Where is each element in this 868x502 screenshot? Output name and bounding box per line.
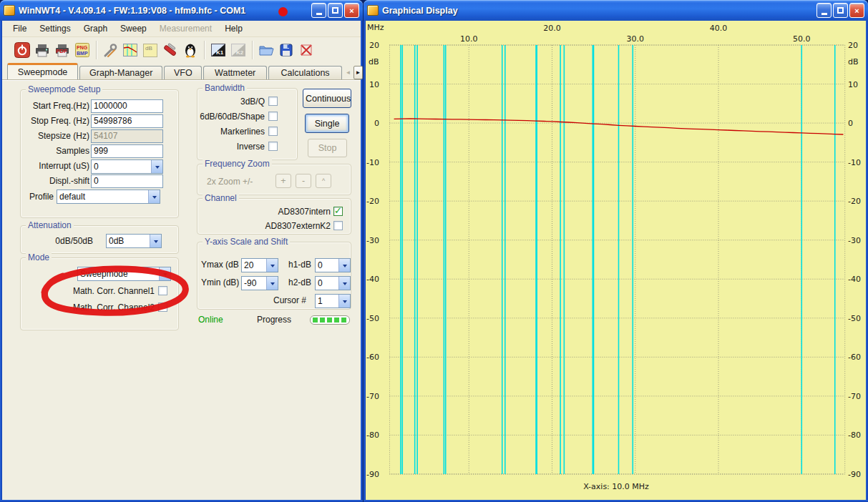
calibrate-button[interactable]	[160, 39, 180, 61]
settings-tools-button[interactable]	[100, 39, 120, 61]
interrupt-label: Interrupt (uS)	[21, 161, 89, 171]
samples-field[interactable]: 999	[91, 144, 163, 158]
menu-sweep[interactable]: Sweep	[114, 21, 153, 36]
attenuation-combo[interactable]: 0dB	[106, 234, 162, 248]
interrupt-combo[interactable]: 0	[91, 159, 163, 174]
bandwidth-markerlines-checkbox[interactable]	[268, 127, 278, 136]
ymin-label: Ymin (dB)	[201, 277, 239, 288]
h2-db-combo[interactable]: 0	[315, 276, 351, 290]
continuous-button[interactable]: Continuous	[303, 89, 351, 108]
single-button[interactable]: Single	[305, 114, 349, 133]
math-corr-channel1-checkbox[interactable]	[158, 286, 167, 295]
menu-settings[interactable]: Settings	[33, 21, 77, 36]
stop-freq-field[interactable]: 54998786	[91, 114, 163, 128]
y-tick-label-right: -30	[848, 236, 861, 245]
dropdown-arrow-icon[interactable]	[148, 190, 160, 203]
ad8307externk2-checkbox[interactable]	[333, 221, 343, 230]
graph-svg: 2020101000-10-10-20-20-30-30-40-40-50-50…	[366, 21, 866, 500]
dropdown-arrow-icon[interactable]	[338, 277, 350, 290]
y-tick-label-right: -60	[848, 353, 861, 362]
minimize-button[interactable]	[311, 3, 326, 18]
y-tick-label-left: -50	[366, 314, 379, 323]
stepsize-label: Stepsize (Hz)	[21, 131, 89, 141]
tab-sweepmode[interactable]: Sweepmode	[7, 63, 78, 81]
right-window-title: Graphical Display	[382, 6, 458, 16]
penguin-icon	[182, 42, 198, 58]
bandwidth-3db-q-checkbox[interactable]	[268, 97, 278, 106]
dropdown-arrow-icon[interactable]	[159, 267, 170, 280]
tab-vfo[interactable]: VFO	[164, 66, 202, 81]
menu-graph[interactable]: Graph	[77, 21, 114, 36]
start-freq-field[interactable]: 1000000	[91, 99, 163, 113]
close-button[interactable]: ×	[344, 3, 359, 18]
minimize-icon	[821, 13, 827, 15]
h1-db-combo[interactable]: 0	[315, 258, 351, 272]
delete-graph-button[interactable]	[296, 39, 316, 61]
db-scale-button[interactable]: dB	[140, 39, 160, 61]
tab-wattmeter[interactable]: Wattmeter	[203, 66, 267, 81]
ymax-combo[interactable]: 20	[241, 258, 278, 272]
toolbar-separator	[252, 41, 253, 59]
svg-text:PDF: PDF	[56, 48, 67, 54]
graph-display-button[interactable]	[120, 39, 140, 61]
right-titlebar[interactable]: Graphical Display ×	[364, 0, 868, 21]
dropdown-arrow-icon[interactable]	[338, 295, 350, 307]
tab-graph-manager[interactable]: Graph-Manager	[79, 66, 162, 81]
stop-button: Stop	[308, 139, 347, 157]
tab-scroll-right-button[interactable]: ►	[353, 66, 363, 79]
svg-text:BMP: BMP	[77, 51, 88, 56]
channel1-button[interactable]: K1	[208, 39, 228, 61]
delete-graph-icon	[298, 42, 314, 58]
maximize-button[interactable]	[833, 3, 848, 18]
zoom-label: 2x Zoom +/-	[207, 177, 253, 187]
print-button[interactable]	[32, 39, 52, 61]
save-file-button[interactable]	[276, 39, 296, 61]
group-sweepmode-setup-title: Sweepmode Setup	[26, 84, 102, 94]
screen: WinNWT4 - V.4.09.14 - FW:1.19:V08 - hfm9…	[0, 0, 868, 502]
dropdown-arrow-icon[interactable]	[151, 160, 162, 173]
bandwidth-6db-shape-checkbox[interactable]	[268, 112, 278, 121]
pdf-print-icon: PDF	[54, 42, 70, 58]
annotation-red-dot	[278, 7, 288, 16]
y-tick-label-left: -40	[366, 275, 379, 284]
left-titlebar[interactable]: WinNWT4 - V.4.09.14 - FW:1.19:V08 - hfm9…	[0, 0, 363, 21]
open-folder-icon	[258, 42, 274, 58]
export-image-button[interactable]: PNGBMP	[72, 39, 92, 61]
math-corr-channel2-checkbox[interactable]	[158, 302, 167, 312]
close-button[interactable]: ×	[849, 3, 864, 18]
profile-label: Profile	[26, 192, 54, 202]
dropdown-arrow-icon[interactable]	[266, 259, 278, 272]
group-channel-title: Channel	[203, 193, 239, 203]
ymin-combo[interactable]: -90	[241, 276, 278, 290]
dropdown-arrow-icon[interactable]	[338, 259, 350, 272]
menu-file[interactable]: File	[6, 21, 33, 36]
y-tick-label-right: -50	[848, 314, 861, 323]
graph-window-app-icon	[367, 5, 379, 16]
power-button[interactable]	[12, 39, 32, 61]
y-tick-label-left: -70	[366, 392, 379, 401]
bandwidth-inverse-checkbox[interactable]	[268, 142, 278, 151]
stepsize-field: 54107	[91, 129, 163, 143]
x-tick-label: 40.0	[710, 24, 728, 33]
y-tick-label-left: 20	[369, 41, 379, 50]
progress-label: Progress	[257, 315, 291, 325]
graph-window-icon	[122, 42, 138, 58]
dropdown-arrow-icon[interactable]	[266, 277, 278, 290]
open-file-button[interactable]	[256, 39, 276, 61]
linux-button[interactable]	[180, 39, 200, 61]
channel2-button[interactable]: K2	[228, 39, 248, 61]
ad8307externk2-label: AD8307externK2	[243, 221, 331, 231]
ad8307intern-checkbox[interactable]	[333, 207, 343, 216]
menu-help[interactable]: Help	[218, 21, 249, 36]
dropdown-arrow-icon[interactable]	[150, 235, 161, 247]
mode-combo[interactable]: Sweepmode	[77, 267, 171, 281]
maximize-button[interactable]	[328, 3, 343, 18]
tab-calculations[interactable]: Calculations	[268, 66, 342, 81]
minimize-button[interactable]	[816, 3, 832, 18]
displ-shift-field[interactable]: 0	[91, 174, 163, 188]
maximize-icon	[332, 7, 338, 14]
print-pdf-button[interactable]: PDF	[52, 39, 72, 61]
cursor-combo[interactable]: 1	[315, 294, 351, 308]
y-unit-label-left: dB	[369, 57, 379, 67]
profile-combo[interactable]: default	[57, 190, 160, 204]
